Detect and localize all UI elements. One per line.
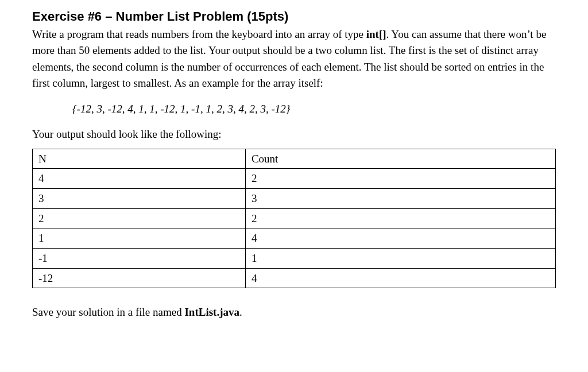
cell-count: 2 bbox=[245, 169, 555, 189]
cell-count: 2 bbox=[245, 208, 555, 228]
table-row: 2 2 bbox=[33, 208, 556, 228]
cell-count: 1 bbox=[245, 248, 555, 268]
cell-n: -1 bbox=[33, 248, 246, 268]
save-filename: IntList.java bbox=[184, 306, 239, 318]
save-post: . bbox=[239, 306, 242, 318]
exercise-description: Write a program that reads numbers from … bbox=[32, 26, 556, 92]
table-header-row: N Count bbox=[33, 149, 556, 169]
output-table: N Count 4 2 3 3 2 2 1 4 -1 1 bbox=[32, 149, 556, 288]
desc-type-bold: int[] bbox=[366, 28, 386, 40]
output-intro: Your output should look like the followi… bbox=[32, 126, 556, 143]
table-row: 3 3 bbox=[33, 188, 556, 208]
table-row: -1 1 bbox=[33, 248, 556, 268]
exercise-document: Exercise #6 – Number List Problem (15pts… bbox=[0, 0, 588, 350]
table-row: 4 2 bbox=[33, 169, 556, 189]
cell-count: 3 bbox=[245, 188, 555, 208]
cell-n: 1 bbox=[33, 228, 246, 249]
col-header-count: Count bbox=[245, 149, 555, 169]
save-instruction: Save your solution in a file named IntLi… bbox=[32, 304, 556, 321]
cell-n: 2 bbox=[33, 208, 246, 228]
exercise-title: Exercise #6 – Number List Problem (15pts… bbox=[32, 8, 556, 25]
cell-n: 3 bbox=[33, 188, 246, 208]
cell-count: 4 bbox=[245, 268, 555, 288]
cell-count: 4 bbox=[245, 228, 555, 249]
cell-n: 4 bbox=[33, 169, 246, 189]
cell-n: -12 bbox=[33, 268, 246, 288]
example-array: {-12, 3, -12, 4, 1, 1, -12, 1, -1, 1, 2,… bbox=[72, 101, 556, 118]
save-pre: Save your solution in a file named bbox=[32, 306, 184, 318]
table-row: -12 4 bbox=[33, 268, 556, 288]
table-row: 1 4 bbox=[33, 228, 556, 249]
col-header-n: N bbox=[33, 149, 246, 169]
desc-segment-1: Write a program that reads numbers from … bbox=[32, 28, 366, 40]
